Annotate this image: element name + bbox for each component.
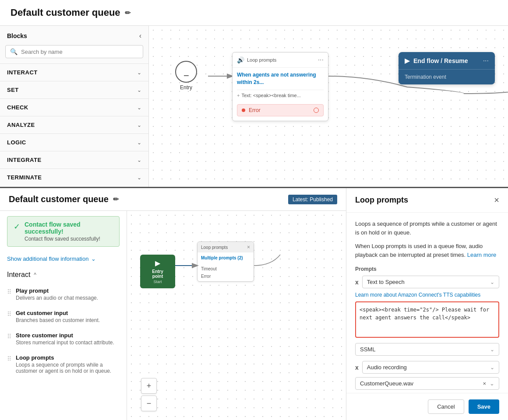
bottom-edit-icon[interactable]: ✏ (113, 195, 119, 203)
additional-info[interactable]: Show additional flow information ⌄ (0, 252, 127, 266)
sidebar-item-interact[interactable]: INTERACT⌄ (0, 63, 148, 81)
right-panel: Loop prompts × Loops a sequence of promp… (346, 188, 508, 420)
published-badge: Latest: Published (288, 195, 337, 204)
block-title: Play prompt (16, 287, 98, 294)
loop-icon: 🔊 (237, 56, 244, 63)
tts-prompt-row: x Text to Speech ⌄ (355, 276, 499, 288)
audio-row: x Audio recording ⌄ (355, 361, 499, 374)
drag-handle-icon: ⠿ (7, 333, 11, 340)
audio-chevron-icon: ⌄ (490, 364, 494, 371)
block-title: Store customer input (16, 332, 114, 339)
success-bar: ✓ Contact flow saved successfully! Conta… (7, 216, 120, 247)
loop-node-desc: When agents are not answering within 2s.… (237, 71, 324, 86)
right-panel-title: Loop prompts (355, 196, 408, 205)
add-icon: + (237, 93, 240, 98)
prompts-label: Prompts (355, 266, 499, 272)
sidebar-title: Blocks (7, 32, 27, 39)
collapse-icon[interactable]: ‹ (139, 32, 141, 40)
chevron-logic-icon: ⌄ (137, 140, 141, 146)
sidebar-item-integrate[interactable]: INTEGRATE⌄ (0, 151, 148, 168)
bottom-title: Default customer queue (9, 194, 109, 204)
audio-select[interactable]: Audio recording ⌄ (362, 361, 499, 374)
end-node-subtitle: Termination event (405, 74, 446, 80)
loop-node-text: Text: <speak><break time... (241, 93, 300, 98)
drag-handle-icon: ⠿ (7, 311, 11, 318)
success-icon: ✓ (14, 222, 20, 231)
drag-handle-icon: ⠿ (7, 355, 11, 362)
block-title: Loop prompts (16, 354, 120, 361)
sidebar-item-logic[interactable]: LOGIC⌄ (0, 133, 148, 151)
tts-textarea[interactable]: <speak><break time="2s"/> Please wait fo… (360, 306, 495, 332)
sidebar-item-terminate[interactable]: TERMINATE⌄ (0, 168, 148, 186)
save-button[interactable]: Save (469, 399, 499, 414)
sidebar-item-check[interactable]: CHECK⌄ (0, 98, 148, 116)
end-icon: ▶ (405, 56, 410, 65)
remove-wav-button[interactable]: × (483, 380, 486, 387)
ssml-select[interactable]: SSML ⌄ (355, 343, 499, 356)
block-desc: Stores numerical input to contact attrib… (16, 340, 114, 346)
loop-node-title: Loop prompts (247, 57, 276, 63)
entry-label: Entry (180, 84, 192, 91)
bottom-left-panel: Default customer queue ✏ Latest: Publish… (0, 188, 346, 420)
search-input[interactable] (21, 49, 138, 55)
tts-select[interactable]: Text to Speech ⌄ (362, 276, 499, 288)
block-title: Get customer input (16, 310, 100, 316)
list-item[interactable]: ⠿ Play prompt Delivers an audio or chat … (0, 283, 127, 305)
entry-node[interactable]: ⎯ Entry (175, 61, 197, 91)
success-title: Contact flow saved successfully! (25, 221, 113, 235)
tts-text-area-container: <speak><break time="2s"/> Please wait fo… (355, 301, 499, 338)
remove-audio-button[interactable]: x (355, 364, 359, 371)
list-item[interactable]: ⠿ Store customer input Stores numerical … (0, 328, 127, 350)
panel-desc1: Loops a sequence of prompts while a cust… (355, 220, 499, 237)
ssml-row: SSML ⌄ (355, 343, 499, 356)
wav-chevron-icon: ⌄ (490, 380, 494, 387)
mini-entry-node[interactable]: ▶ Entry point Start (140, 255, 175, 288)
chevron-set-icon: ⌄ (137, 87, 141, 93)
chevron-down-icon: ⌄ (490, 279, 494, 285)
sidebar-item-analyze[interactable]: ANALYZE⌄ (0, 116, 148, 133)
error-badge: Error (237, 104, 324, 116)
remove-tts-button[interactable]: x (355, 279, 359, 286)
block-list: ⠿ Play prompt Delivers an audio or chat … (0, 281, 127, 420)
search-icon: 🔍 (10, 48, 18, 55)
page-title: Default customer queue (11, 7, 120, 18)
chevron-interact-icon: ⌄ (137, 70, 141, 76)
loop-node-menu[interactable]: ··· (318, 56, 324, 64)
chevron-integrate-icon: ⌄ (137, 157, 141, 163)
interact-chevron: ^ (34, 272, 36, 278)
block-desc: Branches based on customer intent. (16, 317, 100, 323)
end-node[interactable]: ▶ End flow / Resume ··· Termination even… (399, 52, 495, 84)
mini-entry-icon: ▶ (155, 259, 160, 267)
interact-section-title[interactable]: Interact ^ (7, 271, 120, 279)
ssml-chevron-icon: ⌄ (490, 346, 494, 353)
mini-close-icon[interactable]: × (247, 244, 250, 250)
blocks-sidebar: Blocks ‹ 🔍 INTERACT⌄SET⌄CHECK⌄ANALYZE⌄LO… (0, 26, 149, 187)
end-node-menu[interactable]: ··· (483, 57, 489, 65)
edit-icon[interactable]: ✏ (125, 9, 131, 17)
chevron-check-icon: ⌄ (137, 105, 141, 111)
list-item[interactable]: ⠿ Loop prompts Loops a sequence of promp… (0, 350, 127, 378)
learn-more-link[interactable]: Learn more (467, 252, 496, 258)
block-desc: Delivers an audio or chat message. (16, 295, 98, 301)
chevron-terminate-icon: ⌄ (137, 175, 141, 181)
chevron-analyze-icon: ⌄ (137, 122, 141, 128)
mini-canvas: ▶ Entry point Start Loop prompts × Multi… (127, 211, 346, 420)
wav-row: CustomerQueue.wav × ⌄ (355, 377, 499, 390)
loop-node[interactable]: 🔊 Loop prompts ··· When agents are not a… (232, 52, 328, 121)
block-desc: Loops a sequence of prompts while a cust… (16, 362, 120, 374)
zoom-out-button[interactable]: − (141, 396, 157, 411)
tts-capabilities-link[interactable]: Learn more about Amazon Connect's TTS ca… (355, 292, 499, 298)
success-message: Contact flow saved successfully! (25, 236, 113, 242)
cancel-button[interactable]: Cancel (428, 399, 464, 414)
flow-canvas: ⎯ Entry 🔊 Loop prompts ··· When agents a… (149, 26, 508, 187)
drag-handle-icon: ⠿ (7, 288, 11, 295)
sidebar-item-set[interactable]: SET⌄ (0, 81, 148, 98)
panel-desc2: When Loop prompts is used in a queue flo… (355, 242, 499, 259)
mini-loop-node[interactable]: Loop prompts × Multiple prompts (2) Time… (197, 242, 254, 282)
close-button[interactable]: × (494, 195, 499, 205)
end-node-title: End flow / Resume (413, 57, 468, 64)
chevron-down-icon: ⌄ (91, 256, 96, 262)
list-item[interactable]: ⠿ Get customer input Branches based on c… (0, 305, 127, 328)
zoom-in-button[interactable]: + (141, 378, 157, 394)
